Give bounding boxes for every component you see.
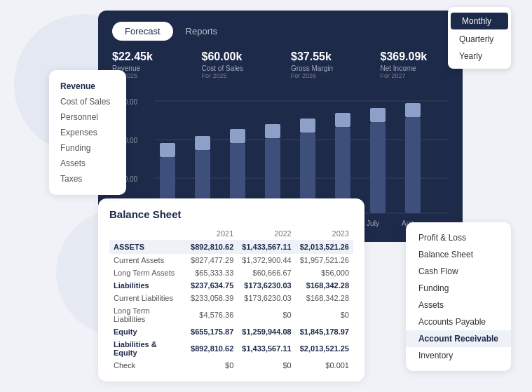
svg-rect-23 [405, 103, 421, 117]
menu-revenue[interactable]: Revenue [60, 79, 115, 94]
context-assets[interactable]: Assets [406, 297, 511, 313]
svg-rect-19 [335, 113, 350, 127]
col-2021: 2021 [186, 227, 238, 240]
table-row: Current Assets $827,477.29 $1,372,900.44… [109, 254, 353, 266]
metric-grossmargin-sub: For 2026 [291, 72, 360, 79]
menu-funding[interactable]: Funding [60, 140, 115, 156]
balance-table: 2021 2022 2023 ASSETS $892,810.62 $1,433… [109, 227, 353, 372]
metric-costofsales-sub: For 2025 [202, 72, 271, 79]
col-label [109, 227, 186, 240]
left-menu: Revenue Cost of Sales Personnel Expenses… [49, 70, 126, 195]
context-funding[interactable]: Funding [406, 280, 511, 297]
metrics-row: $22.45k Revenue For 2025 $60.00k Cost of… [112, 50, 449, 79]
menu-costofsales[interactable]: Cost of Sales [60, 94, 115, 109]
svg-rect-20 [370, 122, 386, 213]
balance-sheet-card: Balance Sheet 2021 2022 2023 ASSETS $892… [98, 198, 364, 381]
svg-rect-22 [405, 117, 421, 213]
col-2022: 2022 [238, 227, 295, 240]
metric-costofsales-label: Cost of Sales [202, 65, 271, 72]
table-row: Long Term Liabilities $4,576.36 $0 $0 [109, 304, 353, 325]
tab-reports[interactable]: Reports [173, 22, 231, 41]
metric-netincome-sub: For 2027 [381, 72, 449, 79]
forecast-tabs: Forecast Reports [112, 22, 449, 41]
svg-text:July: July [367, 219, 379, 227]
col-2023: 2023 [296, 227, 353, 240]
metric-grossmargin-value: $37.55k [291, 50, 360, 63]
context-balancesheet[interactable]: Balance Sheet [406, 246, 511, 263]
svg-rect-11 [195, 136, 210, 150]
context-accountreceivable[interactable]: Account Receivable [406, 330, 511, 347]
metric-grossmargin-label: Gross Margin [291, 65, 360, 72]
tab-forecast[interactable]: Forecast [112, 22, 173, 41]
metric-costofsales-value: $60.00k [202, 50, 271, 63]
svg-rect-17 [300, 119, 315, 133]
table-row: Equity $655,175.87 $1,259,944.08 $1,845,… [109, 325, 353, 338]
table-row: Liabilities & Equity $892,810.62 $1,433,… [109, 338, 353, 359]
metric-netincome: $369.09k Net Income For 2027 [381, 50, 449, 79]
period-quarterly[interactable]: Quarterly [448, 31, 511, 48]
metric-costofsales: $60.00k Cost of Sales For 2025 [202, 50, 271, 79]
table-row: Liabilities $237,634.75 $173,6230.03 $16… [109, 279, 353, 292]
svg-rect-9 [160, 143, 175, 157]
svg-rect-15 [265, 124, 280, 138]
menu-taxes[interactable]: Taxes [60, 171, 115, 187]
table-row: Current Liabilities $233,058.39 $173,623… [109, 292, 353, 304]
metric-netincome-label: Net Income [381, 65, 449, 72]
context-menu: Profit & Loss Balance Sheet Cash Flow Fu… [406, 222, 511, 371]
period-yearly[interactable]: Yearly [448, 48, 511, 65]
table-row: Check $0 $0 $0.001 [109, 359, 353, 372]
context-profitloss[interactable]: Profit & Loss [406, 229, 511, 246]
period-monthly[interactable]: Monthly [451, 13, 508, 29]
metric-revenue-value: $22.45k [112, 50, 181, 63]
metric-netincome-value: $369.09k [381, 50, 449, 63]
table-row: ASSETS $892,810.62 $1,433,567.11 $2,013,… [109, 240, 353, 254]
context-cashflow[interactable]: Cash Flow [406, 263, 511, 280]
table-row: Long Term Assets $65,333.33 $60,666.67 $… [109, 266, 353, 279]
context-inventory[interactable]: Inventory [406, 347, 511, 364]
balance-sheet-title: Balance Sheet [109, 208, 353, 220]
metric-grossmargin: $37.55k Gross Margin For 2026 [291, 50, 360, 79]
menu-personnel[interactable]: Personnel [60, 109, 115, 125]
context-accountspayable[interactable]: Accounts Payable [406, 313, 511, 330]
menu-assets[interactable]: Assets [60, 156, 115, 171]
svg-rect-21 [370, 108, 386, 122]
svg-rect-13 [230, 129, 245, 143]
period-selector: Monthly Quarterly Yearly [448, 7, 511, 69]
menu-expenses[interactable]: Expenses [60, 125, 115, 140]
